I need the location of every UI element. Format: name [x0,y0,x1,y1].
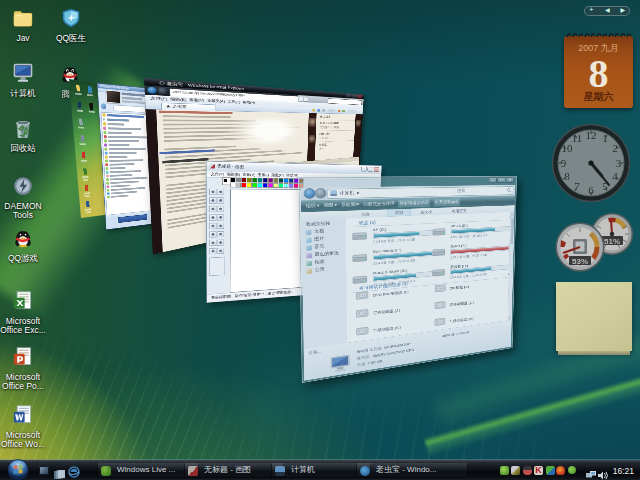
svg-text:12: 12 [586,129,597,141]
svg-text:4: 4 [612,170,618,182]
svg-text:8: 8 [564,170,570,182]
svg-text:1: 1 [602,132,608,144]
svg-text:51%: 51% [604,237,620,246]
svg-text:11: 11 [572,132,583,144]
svg-text:53%: 53% [572,257,588,266]
